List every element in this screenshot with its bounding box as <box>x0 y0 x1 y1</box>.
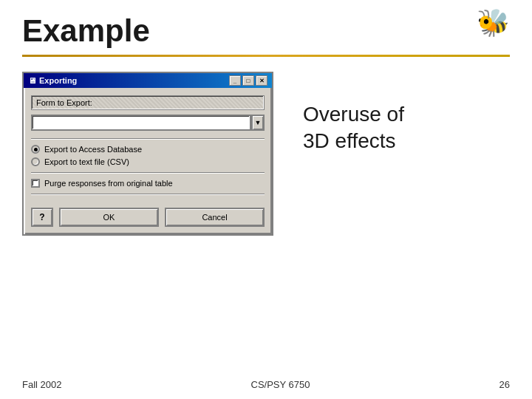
radio-access-label: Export to Access Database <box>44 145 142 154</box>
radio-item-csv[interactable]: Export to text file (CSV) <box>31 157 265 166</box>
side-text-line1: Overuse of <box>303 101 404 128</box>
page-title: Example <box>0 0 532 49</box>
ok-button[interactable]: OK <box>59 208 159 227</box>
footer-center: CS/PSY 6750 <box>251 379 310 390</box>
radio-access-circle[interactable] <box>31 145 40 154</box>
purge-checkbox-row[interactable]: Purge responses from original table <box>31 179 265 188</box>
radio-csv-circle[interactable] <box>31 157 40 166</box>
separator-3 <box>31 194 265 194</box>
help-button[interactable]: ? <box>31 208 53 227</box>
cancel-button[interactable]: Cancel <box>165 208 265 227</box>
footer-left: Fall 2002 <box>22 379 61 390</box>
close-button[interactable]: ✕ <box>256 75 267 86</box>
titlebar-buttons: _ □ ✕ <box>229 75 267 86</box>
side-text-line2: 3D effects <box>303 128 404 154</box>
dialog-body: Form to Export: ▼ Export to Access Datab… <box>24 88 272 234</box>
radio-item-access[interactable]: Export to Access Database <box>31 145 265 154</box>
footer: Fall 2002 CS/PSY 6750 26 <box>0 379 532 390</box>
dialog-title-left: 🖥 Exporting <box>28 76 77 85</box>
dialog-title-text: Exporting <box>39 76 77 85</box>
exporting-dialog: 🖥 Exporting _ □ ✕ Form to Export: ▼ <box>22 72 273 236</box>
export-dropdown-field[interactable] <box>31 115 251 131</box>
separator <box>31 138 265 139</box>
radio-group: Export to Access Database Export to text… <box>31 145 265 166</box>
minimize-button[interactable]: _ <box>229 75 241 86</box>
bee-icon: 🐝 <box>477 7 510 38</box>
purge-checkbox[interactable] <box>31 179 40 188</box>
main-content: 🖥 Exporting _ □ ✕ Form to Export: ▼ <box>0 57 532 250</box>
form-export-label: Form to Export: <box>31 95 265 110</box>
dropdown-row: ▼ <box>31 115 265 131</box>
button-row: ? OK Cancel <box>31 202 265 227</box>
dialog-title-icon: 🖥 <box>28 76 36 85</box>
side-text: Overuse of 3D effects <box>303 72 404 155</box>
separator-2 <box>31 172 265 173</box>
footer-right: 26 <box>499 379 510 390</box>
dropdown-arrow-button[interactable]: ▼ <box>251 115 265 131</box>
radio-csv-label: Export to text file (CSV) <box>44 157 129 166</box>
dialog-titlebar: 🖥 Exporting _ □ ✕ <box>24 73 272 88</box>
maximize-button[interactable]: □ <box>242 75 254 86</box>
purge-checkbox-label: Purge responses from original table <box>44 179 173 188</box>
